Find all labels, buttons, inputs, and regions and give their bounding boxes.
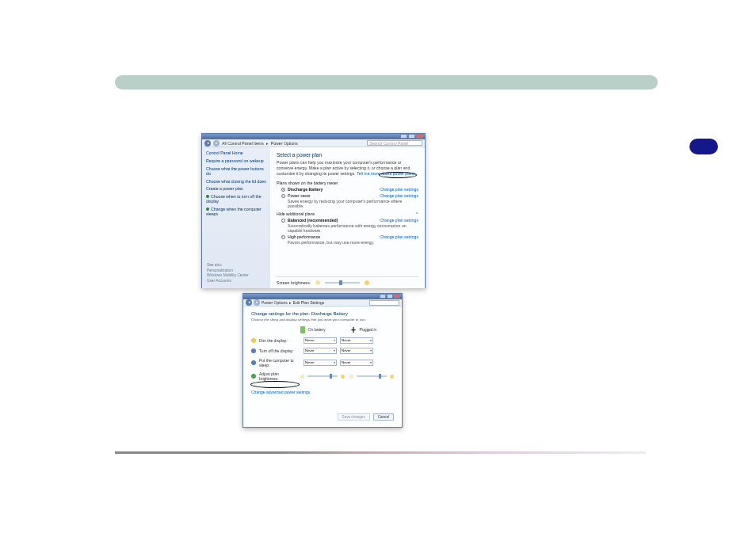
plug-icon — [350, 327, 356, 333]
plan-item: High performance Change plan settings Fa… — [281, 234, 418, 245]
sidebar-link-sleep[interactable]: Change when the computer sleeps — [206, 207, 266, 217]
slider-thumb[interactable] — [379, 374, 382, 379]
bullet-icon — [206, 207, 209, 211]
search-input[interactable]: Search Control Panel — [367, 140, 422, 146]
brightness-slider[interactable] — [325, 282, 360, 284]
brightness-row: Screen brightness: — [277, 276, 418, 286]
cancel-button[interactable]: Cancel — [373, 413, 394, 421]
breadcrumb-item[interactable]: Power Options — [262, 300, 288, 305]
window-controls — [400, 134, 423, 139]
close-button[interactable] — [394, 294, 400, 299]
row-label: Turn off the display: — [259, 348, 300, 353]
page-marker-pill — [689, 139, 718, 154]
breadcrumb-sep: ▸ — [289, 300, 292, 305]
row-label: Put the computer to sleep: — [259, 358, 300, 367]
annotation-circle — [250, 381, 300, 388]
maximize-button[interactable] — [408, 134, 415, 139]
main-panel: Select a power plan Power plans can help… — [270, 147, 425, 288]
breadcrumb-item[interactable]: Power Options — [271, 141, 298, 146]
sleep-battery-select[interactable]: Never — [304, 360, 337, 366]
plan-name[interactable]: Discharge Battery — [288, 187, 323, 192]
brightness-battery-slider[interactable] — [307, 375, 338, 377]
display-battery-select[interactable]: Never — [304, 348, 337, 354]
sidebar-link-buttons[interactable]: Choose what the power buttons do — [206, 166, 266, 177]
breadcrumb-sep: ▸ — [266, 141, 269, 146]
setting-row-sleep: Put the computer to sleep: Never Never — [251, 358, 394, 367]
breadcrumb-item[interactable]: Edit Plan Settings — [293, 300, 324, 305]
power-options-window: ◂ ▸ All Control Panel Items ▸ Power Opti… — [201, 133, 426, 288]
sun-bright-icon — [365, 280, 369, 285]
edit-plan-settings-window: ◂ ▸ Power Options ▸ Edit Plan Settings C… — [242, 293, 403, 428]
sidebar-link-create-plan[interactable]: Create a power plan — [206, 186, 266, 192]
section-divider-bar — [115, 75, 658, 89]
see-also-title: See also — [207, 263, 249, 267]
sidebar-link-display-off[interactable]: Choose when to turn off the display — [206, 194, 266, 204]
close-button[interactable] — [416, 134, 423, 139]
brightness-icon — [251, 374, 256, 379]
chevron-up-icon: ⌃ — [415, 211, 418, 216]
window-controls — [380, 294, 400, 299]
row-label: Adjust plan brightness: — [259, 371, 297, 381]
page-title: Change settings for the plan: Discharge … — [251, 311, 394, 316]
sun-bright-icon — [390, 375, 394, 379]
slider-thumb[interactable] — [330, 374, 333, 379]
footer-divider — [115, 451, 646, 454]
plan-item: Power saver Change plan settings Saves e… — [281, 193, 418, 208]
setting-row-display-off: Turn off the display: Never Never — [251, 348, 394, 354]
plan-item: Discharge Battery Change plan settings — [281, 187, 418, 192]
sleep-plugged-select[interactable]: Never — [340, 360, 373, 366]
save-button[interactable]: Save changes — [338, 413, 370, 421]
annotation-circle — [379, 172, 417, 178]
plan-name[interactable]: Power saver — [288, 193, 311, 198]
radio-button[interactable] — [281, 194, 285, 198]
see-also-link[interactable]: Windows Mobility Center — [207, 273, 249, 277]
slider-thumb[interactable] — [339, 280, 342, 285]
radio-button[interactable] — [281, 235, 285, 239]
sidebar-home-title[interactable]: Control Panel Home — [206, 150, 266, 155]
minimize-button[interactable] — [400, 134, 407, 139]
sidebar-link-lid[interactable]: Choose what closing the lid does — [206, 179, 266, 185]
change-plan-settings-link[interactable]: Change plan settings — [380, 193, 418, 198]
display-plugged-select[interactable]: Never — [340, 348, 373, 354]
battery-icon — [300, 326, 305, 333]
titlebar[interactable] — [243, 294, 402, 299]
breadcrumb-item[interactable]: All Control Panel Items — [222, 141, 264, 146]
change-plan-settings-link[interactable]: Change plan settings — [380, 234, 418, 239]
search-input[interactable] — [369, 300, 399, 306]
advanced-settings-link[interactable]: Change advanced power settings — [251, 390, 310, 394]
address-bar: ◂ ▸ Power Options ▸ Edit Plan Settings — [243, 299, 402, 306]
change-plan-settings-link[interactable]: Change plan settings — [380, 218, 418, 223]
see-also-link[interactable]: Personalization — [207, 268, 249, 272]
radio-button[interactable] — [281, 188, 285, 192]
minimize-button[interactable] — [380, 294, 386, 299]
plan-desc: Saves energy by reducing your computer's… — [288, 199, 418, 208]
address-bar: ◂ ▸ All Control Panel Items ▸ Power Opti… — [202, 139, 425, 147]
col-on-battery: On battery — [308, 328, 325, 332]
sun-dim-icon — [315, 280, 320, 285]
column-headers: On battery Plugged in — [300, 326, 394, 333]
dim-plugged-select[interactable]: Never — [340, 337, 373, 344]
hide-additional-plans-toggle[interactable]: Hide additional plans⌃ — [277, 211, 418, 216]
see-also: See also Personalization Windows Mobilit… — [207, 262, 249, 284]
sidebar-link-password[interactable]: Require a password on wakeup — [206, 158, 266, 164]
radio-button[interactable] — [281, 219, 285, 223]
forward-button[interactable]: ▸ — [254, 299, 260, 306]
col-plugged-in: Plugged in — [359, 328, 376, 332]
plan-name[interactable]: Balanced (recommended) — [288, 218, 338, 223]
forward-button[interactable]: ▸ — [213, 140, 220, 147]
change-plan-settings-link[interactable]: Change plan settings — [380, 187, 418, 192]
brightness-plugged-slider[interactable] — [357, 375, 388, 377]
sun-dim-icon — [300, 375, 304, 379]
plan-desc: Automatically balances performance with … — [288, 223, 418, 233]
dim-battery-select[interactable]: Never — [304, 337, 337, 344]
see-also-link[interactable]: User Accounts — [207, 279, 249, 283]
plan-name[interactable]: High performance — [288, 234, 320, 239]
maximize-button[interactable] — [387, 294, 393, 299]
dim-icon — [251, 338, 256, 343]
dialog-buttons: Save changes Cancel — [338, 413, 394, 421]
titlebar[interactable] — [202, 134, 425, 139]
plans-label: Plans shown on the battery meter — [277, 181, 418, 185]
back-button[interactable]: ◂ — [246, 299, 252, 306]
sun-bright-icon — [341, 375, 345, 379]
back-button[interactable]: ◂ — [204, 140, 211, 147]
